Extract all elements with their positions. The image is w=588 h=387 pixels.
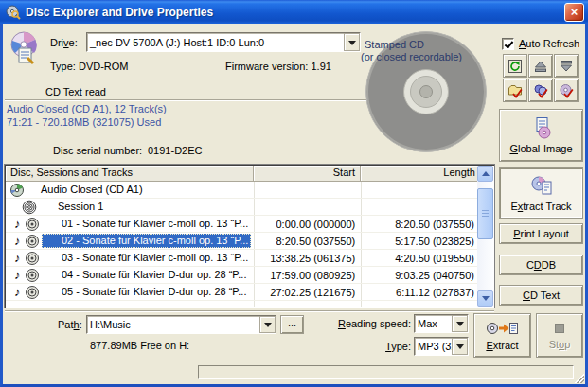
row-start: 17:59.00 (080925)	[253, 270, 360, 281]
serial-value: 0191-D2EC	[148, 145, 202, 156]
refresh-drive-button[interactable]	[503, 54, 527, 78]
folder-check-icon	[508, 83, 523, 98]
global-image-label: Global-Image	[509, 143, 572, 154]
drive-properties-icon	[8, 30, 44, 66]
drive-label: Drive:	[50, 37, 78, 48]
table-row[interactable]: 04 - Sonate für Klavier D-dur op. 28 “P.…	[6, 267, 479, 284]
cddb-button[interactable]: CDDB	[499, 255, 583, 275]
app-icon	[6, 5, 21, 20]
row-start: 8:20.50 (037550)	[253, 236, 360, 247]
extract-track-icon	[530, 174, 553, 197]
cd-text-label: CD Text	[523, 290, 560, 301]
dialog-window: Disc Explorer and Drive Properties × Dri…	[0, 0, 588, 387]
load-disc-button[interactable]	[554, 54, 579, 78]
type-dropdown-icon[interactable]	[452, 338, 468, 355]
table-row[interactable]: Session 1	[6, 199, 479, 216]
listview-body: Audio Closed (CD A1)	[6, 182, 479, 307]
firmware-version-text: Firmware version: 1.91	[225, 61, 331, 72]
eject-disc-button[interactable]	[528, 54, 553, 78]
reading-speed-value: Max	[415, 318, 452, 329]
scroll-down-icon[interactable]	[477, 290, 493, 307]
scroll-up-icon[interactable]	[477, 166, 493, 182]
free-space-text: 877.89MB Free on H:	[90, 340, 189, 351]
table-row[interactable]: 02 - Sonate für Klavier c-moll op. 13 “P…	[6, 233, 479, 250]
extract-track-button[interactable]: Extract Track	[499, 167, 583, 219]
column-header-length[interactable]: Length	[361, 166, 481, 182]
table-row[interactable]: 03 - Sonate für Klavier c-moll op. 13 “P…	[6, 250, 479, 267]
stop-label: Stop	[549, 339, 571, 350]
column-header-start[interactable]: Start	[254, 166, 361, 182]
print-layout-label: Print Layout	[513, 228, 569, 239]
auto-refresh-checkbox[interactable]	[502, 38, 514, 50]
separator	[5, 310, 494, 312]
window-title: Disc Explorer and Drive Properties	[26, 6, 213, 19]
resize-grip[interactable]	[572, 371, 584, 383]
browse-button[interactable]: ...	[280, 315, 304, 334]
auto-refresh-label: Auto Refresh	[519, 38, 579, 49]
cd-text-status: CD Text read	[45, 86, 106, 97]
cd-caption-line2: (or closed recordable)	[361, 51, 462, 62]
stop-icon	[552, 321, 567, 336]
row-label[interactable]: Session 1	[55, 200, 106, 214]
table-row[interactable]: 05 - Sonate für Klavier D-dur op. 28 “P.…	[6, 284, 479, 301]
refresh-icon	[508, 59, 523, 74]
reading-speed-label: Reading speed:	[326, 318, 411, 329]
close-button[interactable]: ×	[564, 3, 584, 22]
extract-label: Extract	[486, 340, 518, 351]
vertical-scrollbar[interactable]	[477, 166, 493, 307]
row-start: 0:00.00 (000000)	[253, 219, 360, 230]
reading-speed-dropdown-icon[interactable]	[452, 315, 468, 332]
row-label[interactable]: 04 - Sonate für Klavier D-dur op. 28 “P.…	[42, 268, 249, 282]
load-tray-icon	[559, 59, 574, 74]
row-length: 5:17.50 (023825)	[360, 236, 479, 247]
path-select[interactable]: H:\Music	[86, 315, 276, 334]
row-label[interactable]: 02 - Sonate für Klavier c-moll op. 13 “P…	[42, 234, 251, 248]
row-label[interactable]: 01 - Sonate für Klavier c-moll op. 13 “P…	[42, 217, 251, 231]
erase-disc-button[interactable]	[554, 79, 579, 102]
extract-track-label: Extract Track	[510, 201, 571, 212]
serial-label: Disc serial number:	[53, 145, 142, 156]
row-length: 6:11.12 (027837)	[360, 287, 479, 298]
print-layout-button[interactable]: Print Layout	[499, 223, 583, 244]
row-label[interactable]: 03 - Sonate für Klavier c-moll op. 13 “P…	[42, 251, 251, 265]
path-select-dropdown-icon[interactable]	[259, 316, 276, 333]
tracks-listview: Disc, Sessions and Tracks Start Length	[4, 164, 495, 308]
verify-check-icon	[533, 83, 548, 98]
dialog-body: Drive: _nec DV-5700A (J:) Host:1 ID:0 Lu…	[3, 24, 585, 384]
status-bar	[198, 365, 574, 379]
extract-button[interactable]: Extract	[473, 313, 531, 358]
extract-to-folder-button[interactable]	[503, 79, 527, 102]
cd-caption-line1: Stamped CD	[365, 39, 424, 50]
row-length: 9:03.25 (040750)	[360, 270, 479, 281]
cd-center-hole	[419, 85, 433, 98]
drive-select-value: _nec DV-5700A (J:) Host:1 ID:0 Lun:0	[87, 37, 344, 48]
disc-status-line1: Audio Closed (CD A1), 12 Track(s)	[7, 103, 167, 114]
scrollbar-thumb[interactable]	[477, 188, 493, 239]
drive-type-text: Type: DVD-ROM	[50, 61, 129, 72]
table-row[interactable]: Audio Closed (CD A1)	[6, 182, 479, 199]
row-length: 4:20.50 (019550)	[360, 253, 479, 264]
drive-select-dropdown-icon[interactable]	[344, 33, 360, 51]
eject-icon	[533, 59, 548, 74]
row-start: 13:38.25 (061375)	[253, 253, 360, 264]
verify-disc-button[interactable]	[528, 79, 553, 102]
cd-text-button[interactable]: CD Text	[499, 285, 583, 306]
row-label[interactable]: Audio Closed (CD A1)	[38, 183, 146, 197]
drive-select[interactable]: _nec DV-5700A (J:) Host:1 ID:0 Lun:0	[86, 32, 361, 52]
path-select-value: H:\Music	[87, 319, 259, 330]
global-image-button[interactable]: Global-Image	[499, 109, 583, 162]
type-label: Type:	[326, 341, 411, 352]
row-label[interactable]: 05 - Sonate für Klavier D-dur op. 28 “P.…	[42, 285, 249, 299]
reading-speed-select[interactable]: Max	[414, 314, 469, 333]
disc-status-line2: 71:21 - 720.18MB (321075) Used	[7, 116, 161, 128]
type-select[interactable]: MP3 (320 Kbp	[414, 337, 469, 356]
cddb-label: CDDB	[526, 259, 556, 271]
stop-button: Stop	[536, 313, 583, 358]
listview-header: Disc, Sessions and Tracks Start Length	[6, 166, 481, 182]
type-value: MP3 (320 Kbp	[415, 341, 452, 352]
titlebar: Disc Explorer and Drive Properties ×	[0, 0, 588, 24]
row-length: 8:20.50 (037550)	[360, 219, 479, 230]
global-image-icon	[530, 116, 553, 139]
column-header-name[interactable]: Disc, Sessions and Tracks	[6, 166, 254, 182]
table-row[interactable]: 01 - Sonate für Klavier c-moll op. 13 “P…	[6, 216, 479, 233]
